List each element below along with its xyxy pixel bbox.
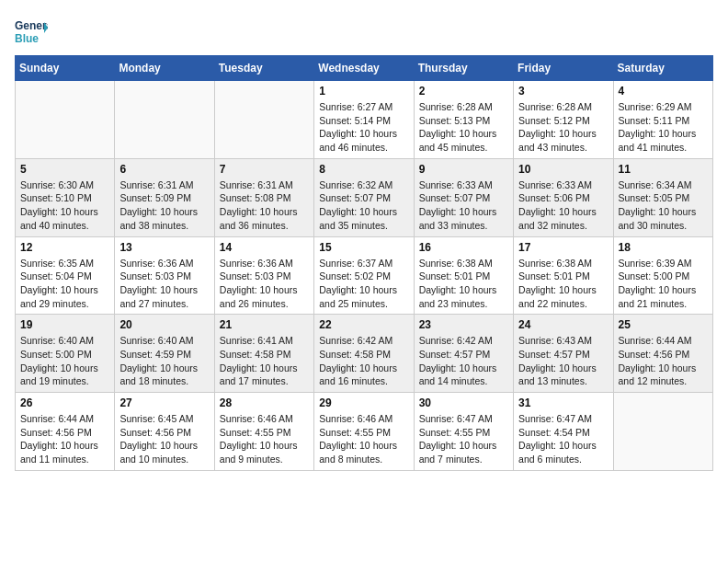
day-number: 3 [518,85,608,98]
page-header: General Blue [15,15,713,48]
day-info: Sunrise: 6:39 AM Sunset: 5:00 PM Dayligh… [619,257,708,311]
day-info: Sunrise: 6:36 AM Sunset: 5:03 PM Dayligh… [119,257,209,311]
day-info: Sunrise: 6:38 AM Sunset: 5:01 PM Dayligh… [419,257,508,311]
day-info: Sunrise: 6:37 AM Sunset: 5:02 PM Dayligh… [319,257,408,311]
day-info: Sunrise: 6:36 AM Sunset: 5:03 PM Dayligh… [220,257,309,311]
day-number: 28 [220,396,309,409]
day-number: 8 [319,163,408,176]
day-number: 12 [20,241,109,254]
day-number: 18 [619,241,708,254]
day-info: Sunrise: 6:44 AM Sunset: 4:56 PM Dayligh… [20,412,109,466]
weekday-header-sunday: Sunday [16,56,115,81]
day-info: Sunrise: 6:42 AM Sunset: 4:57 PM Dayligh… [419,334,508,388]
calendar-cell: 29Sunrise: 6:46 AM Sunset: 4:55 PM Dayli… [314,393,414,471]
day-number: 31 [518,396,608,409]
calendar-cell: 27Sunrise: 6:45 AM Sunset: 4:56 PM Dayli… [115,393,214,471]
calendar-week-row: 5Sunrise: 6:30 AM Sunset: 5:10 PM Daylig… [16,158,713,236]
day-info: Sunrise: 6:27 AM Sunset: 5:14 PM Dayligh… [319,100,408,155]
calendar-cell: 1Sunrise: 6:27 AM Sunset: 5:14 PM Daylig… [314,81,414,159]
day-number: 21 [220,318,309,331]
calendar-cell: 9Sunrise: 6:33 AM Sunset: 5:07 PM Daylig… [414,158,513,236]
day-number: 15 [319,241,408,254]
calendar-cell: 26Sunrise: 6:44 AM Sunset: 4:56 PM Dayli… [16,393,115,471]
calendar-cell: 16Sunrise: 6:38 AM Sunset: 5:01 PM Dayli… [414,236,513,315]
day-number: 23 [419,318,508,331]
calendar-cell: 22Sunrise: 6:42 AM Sunset: 4:58 PM Dayli… [314,315,414,393]
day-number: 30 [419,396,508,409]
calendar-cell [613,393,712,471]
calendar-cell: 7Sunrise: 6:31 AM Sunset: 5:08 PM Daylig… [214,158,313,236]
day-info: Sunrise: 6:38 AM Sunset: 5:01 PM Dayligh… [518,257,608,311]
calendar-table: SundayMondayTuesdayWednesdayThursdayFrid… [15,55,713,471]
weekday-header-friday: Friday [514,56,613,81]
day-info: Sunrise: 6:47 AM Sunset: 4:55 PM Dayligh… [419,412,508,466]
day-number: 22 [319,318,408,331]
day-number: 25 [619,318,708,331]
day-info: Sunrise: 6:33 AM Sunset: 5:06 PM Dayligh… [518,178,608,233]
calendar-week-row: 26Sunrise: 6:44 AM Sunset: 4:56 PM Dayli… [16,393,713,471]
day-number: 20 [119,318,209,331]
day-info: Sunrise: 6:32 AM Sunset: 5:07 PM Dayligh… [319,178,408,233]
day-info: Sunrise: 6:46 AM Sunset: 4:55 PM Dayligh… [220,412,309,466]
day-number: 11 [619,163,708,176]
weekday-header-wednesday: Wednesday [314,56,414,81]
svg-text:Blue: Blue [15,32,39,45]
day-number: 2 [419,85,508,98]
logo: General Blue [15,15,48,48]
day-info: Sunrise: 6:34 AM Sunset: 5:05 PM Dayligh… [619,178,708,233]
calendar-cell: 24Sunrise: 6:43 AM Sunset: 4:57 PM Dayli… [514,315,613,393]
day-info: Sunrise: 6:35 AM Sunset: 5:04 PM Dayligh… [20,257,109,311]
weekday-header-tuesday: Tuesday [214,56,313,81]
day-info: Sunrise: 6:31 AM Sunset: 5:09 PM Dayligh… [119,178,209,233]
calendar-cell: 15Sunrise: 6:37 AM Sunset: 5:02 PM Dayli… [314,236,414,315]
calendar-cell: 5Sunrise: 6:30 AM Sunset: 5:10 PM Daylig… [16,158,115,236]
weekday-header-thursday: Thursday [414,56,513,81]
calendar-cell: 12Sunrise: 6:35 AM Sunset: 5:04 PM Dayli… [16,236,115,315]
day-info: Sunrise: 6:42 AM Sunset: 4:58 PM Dayligh… [319,334,408,388]
calendar-cell [115,81,214,159]
calendar-cell: 21Sunrise: 6:41 AM Sunset: 4:58 PM Dayli… [214,315,313,393]
calendar-cell [214,81,313,159]
weekday-header-saturday: Saturday [613,56,712,81]
calendar-cell: 14Sunrise: 6:36 AM Sunset: 5:03 PM Dayli… [214,236,313,315]
calendar-cell: 28Sunrise: 6:46 AM Sunset: 4:55 PM Dayli… [214,393,313,471]
day-number: 26 [20,396,109,409]
calendar-cell: 13Sunrise: 6:36 AM Sunset: 5:03 PM Dayli… [115,236,214,315]
day-number: 10 [518,163,608,176]
day-number: 16 [419,241,508,254]
calendar-cell: 31Sunrise: 6:47 AM Sunset: 4:54 PM Dayli… [514,393,613,471]
calendar-cell: 11Sunrise: 6:34 AM Sunset: 5:05 PM Dayli… [613,158,712,236]
calendar-cell: 6Sunrise: 6:31 AM Sunset: 5:09 PM Daylig… [115,158,214,236]
day-info: Sunrise: 6:43 AM Sunset: 4:57 PM Dayligh… [518,334,608,388]
day-info: Sunrise: 6:47 AM Sunset: 4:54 PM Dayligh… [518,412,608,466]
day-info: Sunrise: 6:28 AM Sunset: 5:12 PM Dayligh… [518,100,608,155]
day-number: 4 [619,85,708,98]
day-info: Sunrise: 6:31 AM Sunset: 5:08 PM Dayligh… [220,178,309,233]
day-info: Sunrise: 6:33 AM Sunset: 5:07 PM Dayligh… [419,178,508,233]
day-number: 14 [220,241,309,254]
day-info: Sunrise: 6:45 AM Sunset: 4:56 PM Dayligh… [119,412,209,466]
day-info: Sunrise: 6:44 AM Sunset: 4:56 PM Dayligh… [619,334,708,388]
day-number: 5 [20,163,109,176]
calendar-cell: 10Sunrise: 6:33 AM Sunset: 5:06 PM Dayli… [514,158,613,236]
calendar-cell: 30Sunrise: 6:47 AM Sunset: 4:55 PM Dayli… [414,393,513,471]
day-number: 19 [20,318,109,331]
day-info: Sunrise: 6:40 AM Sunset: 5:00 PM Dayligh… [20,334,109,388]
calendar-cell: 4Sunrise: 6:29 AM Sunset: 5:11 PM Daylig… [613,81,712,159]
day-number: 13 [119,241,209,254]
logo-icon: General Blue [15,15,48,48]
calendar-cell: 25Sunrise: 6:44 AM Sunset: 4:56 PM Dayli… [613,315,712,393]
day-info: Sunrise: 6:30 AM Sunset: 5:10 PM Dayligh… [20,178,109,233]
calendar-cell: 17Sunrise: 6:38 AM Sunset: 5:01 PM Dayli… [514,236,613,315]
day-number: 29 [319,396,408,409]
day-number: 27 [119,396,209,409]
day-info: Sunrise: 6:29 AM Sunset: 5:11 PM Dayligh… [619,100,708,155]
calendar-cell [16,81,115,159]
weekday-header-monday: Monday [115,56,214,81]
day-info: Sunrise: 6:41 AM Sunset: 4:58 PM Dayligh… [220,334,309,388]
day-number: 17 [518,241,608,254]
svg-text:General: General [15,19,48,32]
calendar-cell: 2Sunrise: 6:28 AM Sunset: 5:13 PM Daylig… [414,81,513,159]
calendar-week-row: 12Sunrise: 6:35 AM Sunset: 5:04 PM Dayli… [16,236,713,315]
calendar-cell: 23Sunrise: 6:42 AM Sunset: 4:57 PM Dayli… [414,315,513,393]
